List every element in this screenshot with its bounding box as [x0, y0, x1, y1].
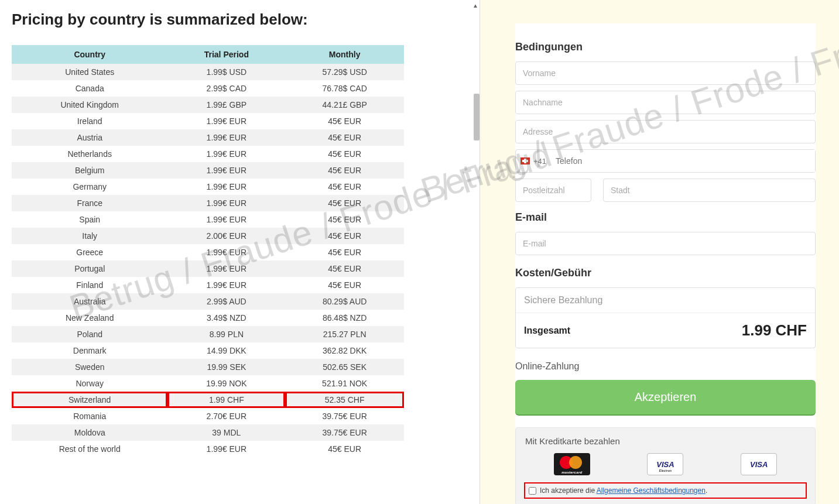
table-row: Greece1.99€ EUR45€ EUR: [12, 244, 404, 260]
table-row: Poland8.99 PLN215.27 PLN: [12, 326, 404, 342]
checkout-pane: Bedingungen +41 E-mail Kosten/Gebühr Sic…: [480, 0, 839, 504]
table-row: Netherlands1.99€ EUR45€ EUR: [12, 146, 404, 162]
cell-country: Romania: [12, 408, 167, 424]
cell-monthly: 45€ EUR: [285, 113, 404, 129]
visa-icon: VISA: [741, 453, 777, 475]
cell-monthly: 45€ EUR: [285, 441, 404, 457]
cell-country: Greece: [12, 244, 167, 260]
cell-country: Moldova: [12, 424, 167, 441]
pricing-pane: ▲ Pricing by country is summarized below…: [0, 0, 480, 504]
phone-code: +41: [533, 157, 546, 166]
online-payment-title: Online-Zahlung: [515, 361, 816, 372]
cell-trial: 1.99€ EUR: [167, 162, 285, 179]
table-row: United Kingdom1.99£ GBP44.21£ GBP: [12, 97, 404, 113]
cell-trial: 1.99€ EUR: [167, 244, 285, 260]
cell-monthly: 39.75€ EUR: [285, 408, 404, 424]
table-row: Norway19.99 NOK521.91 NOK: [12, 375, 404, 392]
cost-box: Sichere Bezahlung Insgesamt 1.99 CHF: [515, 287, 816, 348]
cell-country: United Kingdom: [12, 97, 167, 113]
cell-monthly: 45€ EUR: [285, 129, 404, 146]
cell-monthly: 45€ EUR: [285, 179, 404, 195]
cell-monthly: 362.82 DKK: [285, 342, 404, 359]
cell-country: Sweden: [12, 359, 167, 375]
terms-row: Ich akzeptiere die Allgemeine Geschäftsb…: [525, 484, 806, 498]
cell-trial: 1.99€ EUR: [167, 195, 285, 211]
table-row: United States1.99$ USD57.29$ USD: [12, 64, 404, 80]
col-country: Country: [12, 45, 167, 64]
lastname-field[interactable]: [515, 91, 816, 114]
table-row: Denmark14.99 DKK362.82 DKK: [12, 342, 404, 359]
cell-monthly: 45€ EUR: [285, 260, 404, 277]
cell-trial: 1.99€ EUR: [167, 129, 285, 146]
cell-trial: 1.99$ USD: [167, 64, 285, 80]
cell-monthly: 76.78$ CAD: [285, 80, 404, 97]
cell-trial: 39 MDL: [167, 424, 285, 441]
cell-country: Canada: [12, 80, 167, 97]
cell-monthly: 502.65 SEK: [285, 359, 404, 375]
table-row: Sweden19.99 SEK502.65 SEK: [12, 359, 404, 375]
cell-monthly: 215.27 PLN: [285, 326, 404, 342]
cell-trial: 2.99$ CAD: [167, 80, 285, 97]
cell-country: France: [12, 195, 167, 211]
total-label: Insgesamt: [524, 325, 570, 336]
conditions-title: Bedingungen: [515, 41, 816, 53]
table-row: Romania2.70€ EUR39.75€ EUR: [12, 408, 404, 424]
cell-trial: 1.99€ EUR: [167, 211, 285, 228]
cell-trial: 1.99€ EUR: [167, 113, 285, 129]
address-field[interactable]: [515, 120, 816, 143]
col-monthly: Monthly: [285, 45, 404, 64]
email-title: E-mail: [515, 211, 816, 224]
cell-country: Poland: [12, 326, 167, 342]
table-row: Austria1.99€ EUR45€ EUR: [12, 129, 404, 146]
firstname-field[interactable]: [515, 61, 816, 85]
cell-country: Norway: [12, 375, 167, 392]
credit-card-section: Mit Kreditkarte bezahlen mastercard VISA…: [515, 427, 816, 504]
cell-trial: 2.70€ EUR: [167, 408, 285, 424]
cost-title: Kosten/Gebühr: [515, 267, 816, 279]
cell-country: Finland: [12, 277, 167, 293]
phone-field-wrapper: +41: [515, 149, 816, 173]
cell-trial: 19.99 SEK: [167, 359, 285, 375]
terms-link[interactable]: Allgemeine Geschäftsbedingungen: [597, 486, 706, 495]
cell-trial: 1.99€ EUR: [167, 146, 285, 162]
flag-ch-icon: [520, 157, 530, 164]
cell-country: Denmark: [12, 342, 167, 359]
table-row: Ireland1.99€ EUR45€ EUR: [12, 113, 404, 129]
cell-trial: 3.49$ NZD: [167, 310, 285, 326]
terms-checkbox[interactable]: [529, 487, 536, 495]
cell-country: Switzerland: [12, 392, 167, 408]
accept-button[interactable]: Akzeptieren: [515, 380, 816, 414]
scrollbar-thumb[interactable]: [474, 94, 480, 140]
cell-country: Australia: [12, 293, 167, 310]
cell-country: New Zealand: [12, 310, 167, 326]
cell-trial: 2.99$ AUD: [167, 293, 285, 310]
table-row: Rest of the world1.99€ EUR45€ EUR: [12, 441, 404, 457]
table-row: Spain1.99€ EUR45€ EUR: [12, 211, 404, 228]
cell-trial: 19.99 NOK: [167, 375, 285, 392]
cell-trial: 2.00€ EUR: [167, 228, 285, 244]
table-row: France1.99€ EUR45€ EUR: [12, 195, 404, 211]
scroll-up-icon: ▲: [472, 2, 478, 9]
cell-monthly: 45€ EUR: [285, 277, 404, 293]
cell-monthly: 44.21£ GBP: [285, 97, 404, 113]
cell-monthly: 45€ EUR: [285, 195, 404, 211]
city-field[interactable]: [603, 179, 816, 202]
email-field[interactable]: [515, 232, 816, 255]
zip-field[interactable]: [515, 179, 591, 202]
pricing-heading: Pricing by country is summarized below:: [12, 11, 468, 29]
table-row: Germany1.99€ EUR45€ EUR: [12, 179, 404, 195]
secure-payment-label: Sichere Bezahlung: [516, 288, 815, 313]
cell-country: Austria: [12, 129, 167, 146]
table-row: Finland1.99€ EUR45€ EUR: [12, 277, 404, 293]
table-row: Italy2.00€ EUR45€ EUR: [12, 228, 404, 244]
cell-country: Rest of the world: [12, 441, 167, 457]
cell-monthly: 45€ EUR: [285, 211, 404, 228]
cell-monthly: 80.29$ AUD: [285, 293, 404, 310]
mastercard-icon: mastercard: [554, 453, 590, 475]
phone-prefix[interactable]: +41: [516, 157, 551, 166]
terms-suffix: .: [706, 486, 707, 495]
cell-monthly: 521.91 NOK: [285, 375, 404, 392]
phone-field[interactable]: [551, 150, 815, 172]
cell-monthly: 86.48$ NZD: [285, 310, 404, 326]
cell-country: Netherlands: [12, 146, 167, 162]
